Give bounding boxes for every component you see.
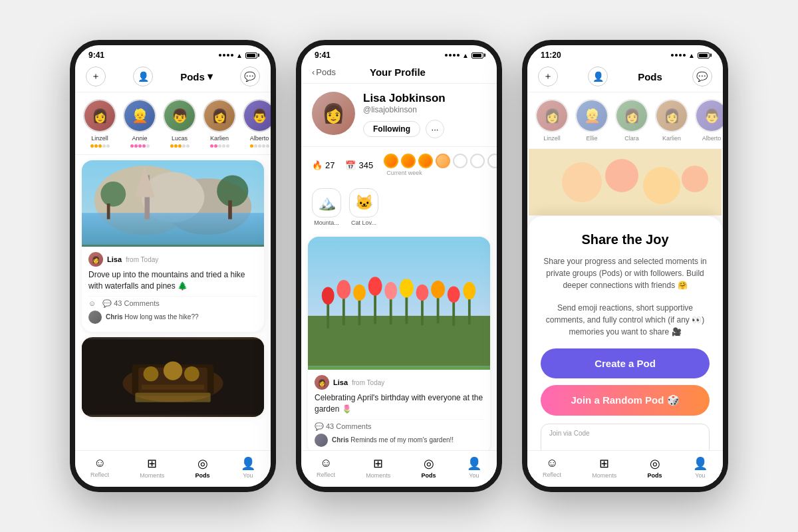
post-text-1: Drove up into the mountains and tried a … xyxy=(88,269,257,292)
story-lucas[interactable]: 👦 Lucas xyxy=(163,99,196,148)
avatar-image-alberto: 👨 xyxy=(244,100,271,131)
avatar-image-3-4: 👩 xyxy=(656,100,687,131)
emoji-reaction-btn[interactable]: ☺ xyxy=(88,299,96,307)
following-button[interactable]: Following xyxy=(363,121,420,137)
stories-row-1: 👩 Linzell xyxy=(75,92,271,155)
add-button[interactable]: ＋ xyxy=(86,66,106,86)
time-3: 11:20 xyxy=(541,51,561,60)
nav-you-1[interactable]: 👤 You xyxy=(241,456,255,479)
svg-point-8 xyxy=(217,175,248,206)
status-icons-1: ▲ xyxy=(219,52,257,59)
story-avatar-3-3: 👩 xyxy=(615,99,648,132)
nav-you-2[interactable]: 👤 You xyxy=(467,456,481,479)
story-name-lucas: Lucas xyxy=(172,135,188,142)
current-week-label: Current week xyxy=(386,170,497,176)
post-author-time-1: from Today xyxy=(126,256,158,263)
nav-moments-1[interactable]: ⊞ Moments xyxy=(140,456,164,479)
nav-pods-1[interactable]: ◎ Pods xyxy=(196,456,210,479)
add-button-3[interactable]: ＋ xyxy=(538,66,558,86)
profile-icon-button-3[interactable]: 👤 xyxy=(588,66,608,86)
food-svg xyxy=(82,337,264,417)
post-author-name-1: Lisa xyxy=(107,255,122,263)
svg-point-39 xyxy=(448,286,460,303)
app-header-2: ‹ Pods Your Profile xyxy=(301,63,497,84)
battery-icon xyxy=(245,53,257,59)
story-3-1[interactable]: 👩 Linzell xyxy=(535,99,569,142)
profile-details: Lisa Jobkinson @lisajobkinson Following … xyxy=(363,92,486,138)
post-card-1: 👩 Lisa from Today Drove up into the moun… xyxy=(82,160,264,332)
nav-reflect-1[interactable]: ☺ Reflect xyxy=(90,456,109,479)
chat-button[interactable]: 💬 xyxy=(240,66,260,86)
story-3-3[interactable]: 👩 Clara xyxy=(615,99,648,142)
story-annie[interactable]: 👱 Annie xyxy=(123,99,156,148)
nav-moments-3[interactable]: ⊞ Moments xyxy=(592,456,616,479)
svg-point-25 xyxy=(336,280,350,299)
profile-icon-button[interactable]: 👤 xyxy=(133,66,153,86)
more-options-button[interactable]: ··· xyxy=(426,120,444,138)
avatar-image-3-2: 👱 xyxy=(577,100,607,131)
story-3-5[interactable]: 👨 Alberto xyxy=(695,99,723,142)
modal-desc-1: Share your progress and selected moments… xyxy=(541,255,710,291)
back-button[interactable]: ‹ Pods xyxy=(312,67,336,77)
story-name-linzell: Linzell xyxy=(91,135,108,142)
story-avatar-karlien: 👩 xyxy=(203,99,236,132)
comment-text-profile: Chris Reminds me of my mom's garden!! xyxy=(332,434,454,446)
signal-icon-2 xyxy=(445,54,460,57)
wifi-icon-3: ▲ xyxy=(688,52,695,59)
story-alberto[interactable]: 👨 Alberto xyxy=(243,99,271,148)
story-avatar-linzell: 👩 xyxy=(83,99,116,132)
story-linzell[interactable]: 👩 Linzell xyxy=(83,99,116,148)
nav-pods-3[interactable]: ◎ Pods xyxy=(648,456,662,479)
interest-cats[interactable]: 🐱 Cat Lov... xyxy=(349,188,378,226)
svg-point-46 xyxy=(682,166,708,192)
comments-btn[interactable]: 💬 43 Comments xyxy=(102,299,159,308)
phone-3: 11:20 ▲ ＋ 👤 Pods 💬 xyxy=(522,40,728,492)
profile-avatar: 👩 xyxy=(312,92,355,135)
phone-2-screen: 9:41 ▲ ‹ Pods Your Profile xyxy=(301,45,497,487)
story-avatar-3-4: 👩 xyxy=(655,99,688,132)
status-icons-2: ▲ xyxy=(445,52,483,59)
nav-pods-2[interactable]: ◎ Pods xyxy=(422,456,436,479)
back-arrow-icon: ‹ xyxy=(312,67,315,77)
reflect-icon-2: ☺ xyxy=(320,456,332,470)
story-3-4[interactable]: 👩 Karlien xyxy=(655,99,688,142)
nav-you-3[interactable]: 👤 You xyxy=(693,456,708,479)
create-pod-button[interactable]: Create a Pod xyxy=(541,348,710,378)
svg-point-27 xyxy=(353,285,366,301)
join-code-label: Join via Code xyxy=(549,430,701,437)
chat-button-3[interactable]: 💬 xyxy=(692,66,712,86)
story-3-2[interactable]: 👱 Ellie xyxy=(575,99,608,142)
commenter-avatar-1 xyxy=(88,311,102,324)
story-karlien[interactable]: 👩 Karlien xyxy=(203,99,236,148)
status-icons-3: ▲ xyxy=(671,52,710,59)
profile-info-row: 👩 Lisa Jobkinson @lisajobkinson Followin… xyxy=(312,92,486,138)
reflect-label-2: Reflect xyxy=(317,471,335,478)
join-random-pod-button[interactable]: Join a Random Pod 🎲 xyxy=(541,385,710,416)
story-name-3-3: Clara xyxy=(624,135,639,142)
avatar-image-3-1: 👩 xyxy=(537,100,567,131)
signal-icon xyxy=(219,54,233,57)
post-card-profile: 👩 Lisa from Today Celebrating April's bi… xyxy=(308,237,490,450)
profile-handle: @lisajobkinson xyxy=(363,105,486,114)
reflect-label-1: Reflect xyxy=(90,471,109,478)
nav-reflect-3[interactable]: ☺ Reflect xyxy=(543,456,561,479)
story-dots-lucas xyxy=(170,144,190,148)
post-comment-1: Chris How long was the hike?? xyxy=(88,308,257,327)
app-header-1: ＋ 👤 Pods ▾ 💬 xyxy=(75,63,271,92)
post-author-row-profile: 👩 Lisa from Today xyxy=(315,375,483,390)
dot-4 xyxy=(436,154,450,168)
streak-week-section: Current week xyxy=(384,154,497,176)
pods-icon: ◎ xyxy=(198,456,208,471)
interest-mountains[interactable]: 🏔️ Mounta... xyxy=(312,188,341,226)
phone-3-content: 👩 Linzell 👱 Ellie 👩 Clar xyxy=(527,92,723,487)
tulip-svg xyxy=(308,237,490,370)
cats-interest-icon: 🐱 xyxy=(349,188,378,217)
reflect-label-3: Reflect xyxy=(543,471,561,478)
nav-reflect-2[interactable]: ☺ Reflect xyxy=(317,456,335,479)
streak-stat: 🔥 27 xyxy=(312,160,334,170)
post-author-avatar-1: 👩 xyxy=(88,252,103,267)
comments-btn-profile[interactable]: 💬 43 Comments xyxy=(315,422,371,431)
wifi-icon: ▲ xyxy=(236,52,243,59)
svg-rect-10 xyxy=(228,200,232,219)
nav-moments-2[interactable]: ⊞ Moments xyxy=(366,456,390,479)
